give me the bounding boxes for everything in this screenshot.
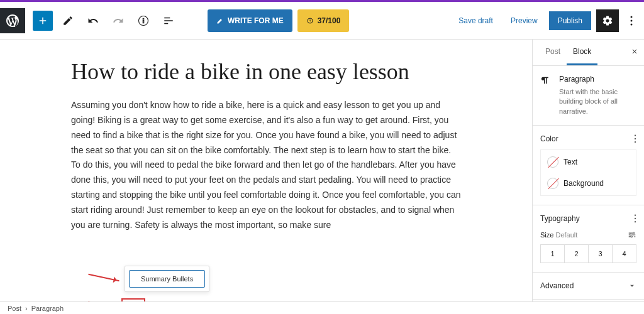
color-swatch-none-icon bbox=[547, 178, 558, 189]
more-icon[interactable] bbox=[634, 134, 636, 143]
sliders-icon[interactable] bbox=[628, 230, 636, 239]
svg-point-9 bbox=[635, 221, 636, 222]
post-body[interactable]: Assuming you don't know how to ride a bi… bbox=[71, 98, 461, 232]
svg-point-5 bbox=[635, 138, 636, 139]
svg-point-8 bbox=[635, 218, 636, 219]
tab-block[interactable]: Block bbox=[567, 40, 597, 65]
settings-button[interactable] bbox=[596, 9, 619, 32]
credits-button[interactable]: 37/100 bbox=[297, 9, 350, 32]
save-draft-button[interactable]: Save draft bbox=[452, 13, 499, 29]
svg-point-1 bbox=[631, 16, 633, 18]
typography-panel-header[interactable]: Typography bbox=[540, 214, 636, 223]
typography-panel: Typography Size Default 1 2 3 4 bbox=[533, 205, 644, 273]
block-description: Start with the basic building block of a… bbox=[559, 87, 636, 116]
more-options-button[interactable] bbox=[624, 9, 639, 32]
chevron-down-icon bbox=[628, 281, 636, 290]
annotation-arrow bbox=[88, 274, 119, 281]
outline-button[interactable] bbox=[158, 11, 179, 31]
editor-topbar: WRITE FOR ME 37/100 Save draft Preview P… bbox=[0, 2, 644, 40]
dropdown-item-summary-bullets[interactable]: Summary Bullets bbox=[129, 270, 205, 288]
advanced-panel-header[interactable]: Advanced bbox=[540, 281, 636, 290]
svg-point-12 bbox=[631, 236, 632, 237]
svg-point-7 bbox=[635, 215, 636, 216]
svg-point-10 bbox=[633, 232, 635, 234]
tab-post[interactable]: Post bbox=[539, 40, 567, 65]
close-sidebar-button[interactable] bbox=[629, 46, 640, 57]
svg-point-3 bbox=[631, 23, 633, 25]
font-size-2[interactable]: 2 bbox=[565, 245, 589, 263]
wordpress-logo[interactable] bbox=[0, 8, 25, 33]
credits-label: 37/100 bbox=[318, 16, 341, 25]
more-icon[interactable] bbox=[634, 214, 636, 223]
font-size-3[interactable]: 3 bbox=[589, 245, 613, 263]
breadcrumb-paragraph[interactable]: Paragraph bbox=[31, 305, 64, 312]
sidebar-tabs: Post Block bbox=[533, 40, 644, 66]
font-size-buttons: 1 2 3 4 bbox=[540, 244, 636, 263]
editor-canvas[interactable]: How to ride a bike in one easy lesson As… bbox=[0, 40, 532, 301]
svg-point-11 bbox=[630, 234, 631, 236]
paragraph-icon bbox=[540, 75, 553, 116]
font-size-1[interactable]: 1 bbox=[541, 245, 565, 263]
advanced-panel: Advanced bbox=[533, 273, 644, 300]
write-for-me-label: WRITE FOR ME bbox=[228, 16, 284, 25]
preview-button[interactable]: Preview bbox=[504, 13, 544, 29]
background-color-row[interactable]: Background bbox=[545, 173, 632, 194]
info-button[interactable] bbox=[133, 11, 153, 31]
text-color-row[interactable]: Text bbox=[545, 151, 632, 173]
settings-sidebar: Post Block Paragraph Start with the basi… bbox=[532, 40, 644, 301]
svg-point-6 bbox=[635, 141, 636, 143]
block-name: Paragraph bbox=[559, 75, 636, 84]
main-area: How to ride a bike in one easy lesson As… bbox=[0, 40, 644, 301]
publish-button[interactable]: Publish bbox=[549, 11, 591, 30]
slash-command-input[interactable]: \su bbox=[121, 298, 145, 301]
add-block-button[interactable] bbox=[33, 11, 53, 31]
svg-point-2 bbox=[631, 19, 633, 21]
svg-point-4 bbox=[635, 135, 636, 136]
breadcrumb: Post › Paragraph bbox=[0, 301, 644, 314]
undo-button[interactable] bbox=[83, 11, 103, 31]
slash-command-dropdown: Summary Bullets bbox=[125, 266, 209, 292]
color-swatch-none-icon bbox=[547, 156, 558, 168]
write-for-me-button[interactable]: WRITE FOR ME bbox=[208, 9, 292, 32]
breadcrumb-post[interactable]: Post bbox=[8, 305, 21, 312]
block-info-panel: Paragraph Start with the basic building … bbox=[533, 66, 644, 126]
redo-button[interactable] bbox=[108, 11, 128, 31]
post-title[interactable]: How to ride a bike in one easy lesson bbox=[71, 58, 461, 85]
font-size-4[interactable]: 4 bbox=[613, 245, 636, 263]
color-panel: Color Text Background bbox=[533, 126, 644, 205]
edit-mode-button[interactable] bbox=[58, 11, 78, 31]
color-panel-header[interactable]: Color bbox=[540, 134, 636, 143]
